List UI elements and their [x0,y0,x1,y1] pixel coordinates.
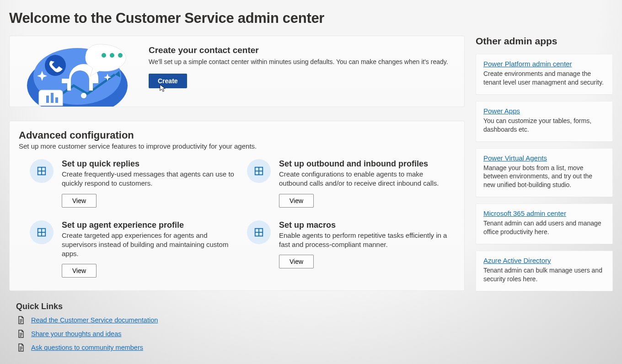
admin-app-description: Manage your bots from a list, move betwe… [483,164,605,190]
quick-links-title: Quick Links [16,302,465,311]
adv-item-title: Set up outbound and inbound profiles [279,159,453,169]
document-icon [17,316,25,324]
grid-icon [30,159,54,183]
admin-app-card: Azure Active Directory Tenant admin can … [476,251,613,291]
adv-item-macros: Set up macros Enable agents to perform r… [247,220,453,278]
quick-link-item: Share your thoughts and ideas [17,330,465,338]
admin-app-card: Power Platform admin center Create envir… [476,54,613,95]
svg-rect-9 [55,97,58,103]
svg-point-6 [118,53,123,58]
grid-icon [247,220,271,244]
admin-app-card: Microsoft 365 admin center Tenant admin … [476,203,613,244]
adv-item-description: Create targeted app experiences for agen… [62,231,236,259]
quick-link[interactable]: Share your thoughts and ideas [31,330,122,337]
admin-app-link[interactable]: Power Virtual Agents [483,154,547,162]
admin-app-link[interactable]: Power Apps [483,107,520,115]
document-icon [17,343,25,352]
grid-icon [247,159,271,183]
quick-link[interactable]: Read the Customer Service documentation [31,316,158,324]
admin-app-description: Create environments and manage the tenan… [483,70,605,87]
view-button[interactable]: View [279,194,314,208]
advanced-config-card: Advanced configuration Set up more custo… [9,121,465,291]
adv-item-title: Set up agent experience profile [62,220,236,230]
adv-item-quick-replies: Set up quick replies Create frequently-u… [30,159,236,208]
view-button[interactable]: View [62,264,97,278]
adv-item-title: Set up quick replies [62,159,236,169]
svg-point-2 [45,55,66,76]
adv-item-agent-experience: Set up agent experience profile Create t… [30,220,236,278]
document-icon [17,330,25,338]
adv-item-profiles: Set up outbound and inbound profiles Cre… [247,159,453,208]
hero-title: Create your contact center [149,45,453,55]
adv-item-title: Set up macros [279,220,453,230]
adv-item-description: Create frequently-used messages that age… [62,170,236,188]
svg-point-3 [81,93,86,98]
other-admin-apps-title: Other admin apps [476,36,613,47]
adv-item-description: Create configurations to enable agents t… [279,170,453,188]
quick-link-item: Ask questions to community members [17,343,465,352]
hero-card: Create your contact center We'll set up … [9,36,465,107]
svg-rect-7 [46,96,49,103]
quick-links-section: Quick Links Read the Customer Service do… [9,305,465,357]
grid-icon [30,220,54,244]
quick-link-item: Read the Customer Service documentation [17,316,465,324]
admin-app-link[interactable]: Azure Active Directory [483,257,551,264]
admin-app-card: Power Virtual Agents Manage your bots fr… [476,148,613,198]
adv-item-description: Enable agents to perform repetitive task… [279,231,453,250]
admin-app-description: You can customize your tables, forms, da… [483,117,605,134]
admin-app-link[interactable]: Power Platform admin center [483,60,572,68]
admin-app-description: Tenant admin can bulk manage users and s… [483,266,605,284]
view-button[interactable]: View [62,194,97,208]
quick-link[interactable]: Ask questions to community members [31,344,143,351]
hero-description: We'll set up a simple contact center wit… [149,58,453,65]
svg-point-5 [110,53,114,58]
svg-point-4 [102,53,106,58]
hero-illustration [10,36,138,107]
admin-app-card: Power Apps You can customize your tables… [476,101,613,142]
svg-rect-8 [51,93,54,103]
admin-app-link[interactable]: Microsoft 365 admin center [483,209,566,217]
view-button[interactable]: View [279,255,314,268]
advanced-title: Advanced configuration [19,129,453,141]
advanced-subtitle: Set up more customer service features to… [19,142,453,150]
admin-app-description: Tenant admin can add users and manage of… [483,219,605,236]
page-title: Welcome to the Customer Service admin ce… [9,10,613,27]
create-button[interactable]: Create [149,74,187,88]
